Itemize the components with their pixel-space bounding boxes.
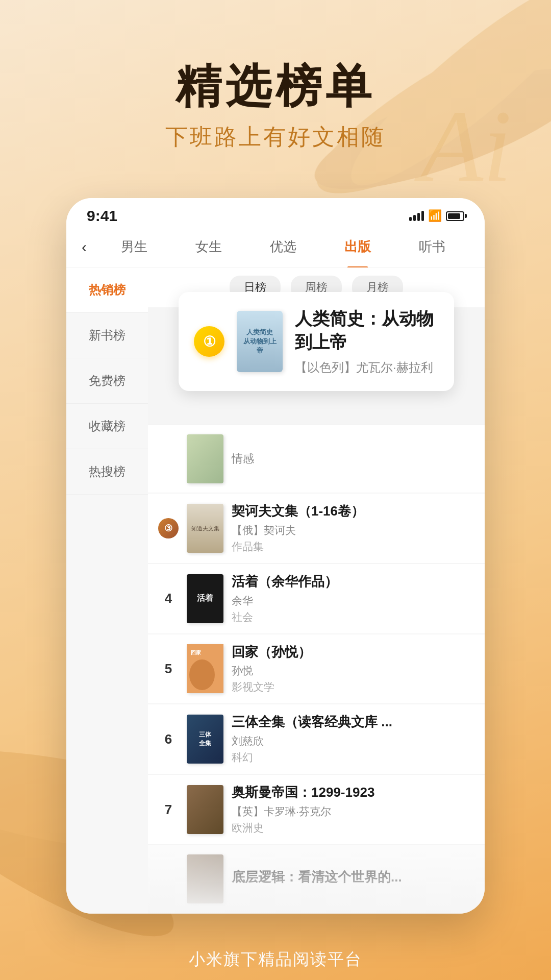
rank7-cover xyxy=(187,785,223,834)
rank5-title: 回家（孙悦） xyxy=(232,644,474,661)
rank1-badge: ① xyxy=(194,326,224,357)
rank2-cover xyxy=(187,434,223,483)
rank1-info: 人类简史：从动物到上帝 【以色列】尤瓦尔·赫拉利 xyxy=(295,307,439,376)
rank4-cover: 活着 xyxy=(187,574,223,623)
rank4-genre: 社会 xyxy=(232,610,474,624)
category-hot[interactable]: 热销榜 xyxy=(66,267,148,313)
rank1-title: 人类简史：从动物到上帝 xyxy=(295,307,439,354)
rank5-cover: 回家 xyxy=(187,644,223,693)
rank6-cover: 三体全集 xyxy=(187,715,223,764)
rank8-title: 底层逻辑：看清这个世界的... xyxy=(232,869,474,886)
tab-male[interactable]: 男生 xyxy=(116,235,153,259)
rank3-medal: ③ xyxy=(158,518,179,538)
rank3-genre: 作品集 xyxy=(232,540,474,554)
sub-title: 下班路上有好文相随 xyxy=(0,122,551,152)
content-area: 热销榜 新书榜 免费榜 收藏榜 热搜榜 日榜 周榜 月榜 ① xyxy=(66,267,485,914)
rank4-item[interactable]: 4 活着 活着（余华作品） 余华 社会 xyxy=(148,564,485,633)
rank8-cover xyxy=(187,854,223,903)
rank8-info: 底层逻辑：看清这个世界的... xyxy=(232,869,474,889)
rank7-author: 【英】卡罗琳·芬克尔 xyxy=(232,804,474,819)
status-icons: 📶 xyxy=(409,209,464,223)
rank6-genre: 科幻 xyxy=(232,750,474,765)
rank3-info: 契诃夫文集（1-16卷） 【俄】契诃夫 作品集 xyxy=(232,503,474,554)
rank5-genre: 影视文学 xyxy=(232,680,474,694)
rank2-genre: 情感 xyxy=(232,451,474,467)
tab-tingshu[interactable]: 听书 xyxy=(414,235,450,259)
rank6-title: 三体全集（读客经典文库 ... xyxy=(232,714,474,731)
rank2-item[interactable]: 情感 xyxy=(148,425,485,493)
rank7-title: 奥斯曼帝国：1299-1923 xyxy=(232,784,474,801)
nav-bar: ‹ 男生 女生 优选 出版 听书 xyxy=(66,230,485,267)
category-collect[interactable]: 收藏榜 xyxy=(66,404,148,449)
svg-text:回家: 回家 xyxy=(191,650,202,655)
footer: 小米旗下精品阅读平台 xyxy=(0,934,551,980)
main-title: 精选榜单 xyxy=(0,61,551,112)
rank4-author: 余华 xyxy=(232,594,474,608)
rank4-title: 活着（余华作品） xyxy=(232,573,474,591)
rank5-num: 5 xyxy=(158,661,179,677)
svg-point-8 xyxy=(189,659,215,690)
signal-icon xyxy=(409,211,424,221)
rank7-item[interactable]: 7 奥斯曼帝国：1299-1923 【英】卡罗琳·芬克尔 欧洲史 xyxy=(148,775,485,844)
rank1-cover: 人类简史从动物到上帝 xyxy=(237,311,283,372)
tab-chuban[interactable]: 出版 xyxy=(339,235,376,259)
rank4-info: 活着（余华作品） 余华 社会 xyxy=(232,573,474,624)
rank4-num: 4 xyxy=(158,591,179,606)
header-section: 精选榜单 下班路上有好文相随 xyxy=(0,0,551,183)
battery-icon xyxy=(446,211,464,221)
rank6-num: 6 xyxy=(158,731,179,747)
rank6-info: 三体全集（读客经典文库 ... 刘慈欣 科幻 xyxy=(232,714,474,765)
rank6-item[interactable]: 6 三体全集 三体全集（读客经典文库 ... 刘慈欣 科幻 xyxy=(148,704,485,774)
rank5-author: 孙悦 xyxy=(232,664,474,678)
rank1-card[interactable]: ① 人类简史从动物到上帝 人类简史：从动物到上帝 【以色列】尤瓦尔·赫拉利 xyxy=(179,292,454,391)
category-search[interactable]: 热搜榜 xyxy=(66,449,148,495)
category-free[interactable]: 免费榜 xyxy=(66,358,148,404)
rank3-cover: 知道夫文集 xyxy=(187,504,223,553)
status-bar: 9:41 📶 xyxy=(66,198,485,230)
rank7-genre: 欧洲史 xyxy=(232,821,474,835)
phone-mockup: 9:41 📶 ‹ 男生 女生 优选 出版 听书 xyxy=(66,198,485,914)
status-time: 9:41 xyxy=(87,207,117,225)
category-sidebar: 热销榜 新书榜 免费榜 收藏榜 热搜榜 xyxy=(66,267,148,914)
nav-tabs: 男生 女生 优选 出版 听书 xyxy=(97,235,469,259)
rank6-author: 刘慈欣 xyxy=(232,734,474,748)
rank1-author: 【以色列】尤瓦尔·赫拉利 xyxy=(295,359,439,376)
main-list: 日榜 周榜 月榜 ① 人类简史从动物到上帝 人类简史：从动物到上帝 【以色 xyxy=(148,267,485,914)
wifi-icon: 📶 xyxy=(428,209,442,223)
rank3-author: 【俄】契诃夫 xyxy=(232,523,474,537)
footer-text: 小米旗下精品阅读平台 xyxy=(0,948,551,971)
rank5-info: 回家（孙悦） 孙悦 影视文学 xyxy=(232,644,474,695)
rank8-item[interactable]: 底层逻辑：看清这个世界的... xyxy=(148,845,485,913)
rank3-item[interactable]: ③ 知道夫文集 契诃夫文集（1-16卷） 【俄】契诃夫 作品集 xyxy=(148,494,485,563)
category-new[interactable]: 新书榜 xyxy=(66,313,148,358)
phone-screen: 9:41 📶 ‹ 男生 女生 优选 出版 听书 xyxy=(66,198,485,914)
rank3-title: 契诃夫文集（1-16卷） xyxy=(232,503,474,520)
rank2-info: 情感 xyxy=(232,451,474,467)
back-button[interactable]: ‹ xyxy=(82,238,87,256)
tab-youxuan[interactable]: 优选 xyxy=(265,235,302,259)
tab-female[interactable]: 女生 xyxy=(190,235,227,259)
rank5-item[interactable]: 5 回家 回家（孙悦） 孙悦 影视文学 xyxy=(148,634,485,704)
rank7-info: 奥斯曼帝国：1299-1923 【英】卡罗琳·芬克尔 欧洲史 xyxy=(232,784,474,835)
rank7-num: 7 xyxy=(158,802,179,818)
